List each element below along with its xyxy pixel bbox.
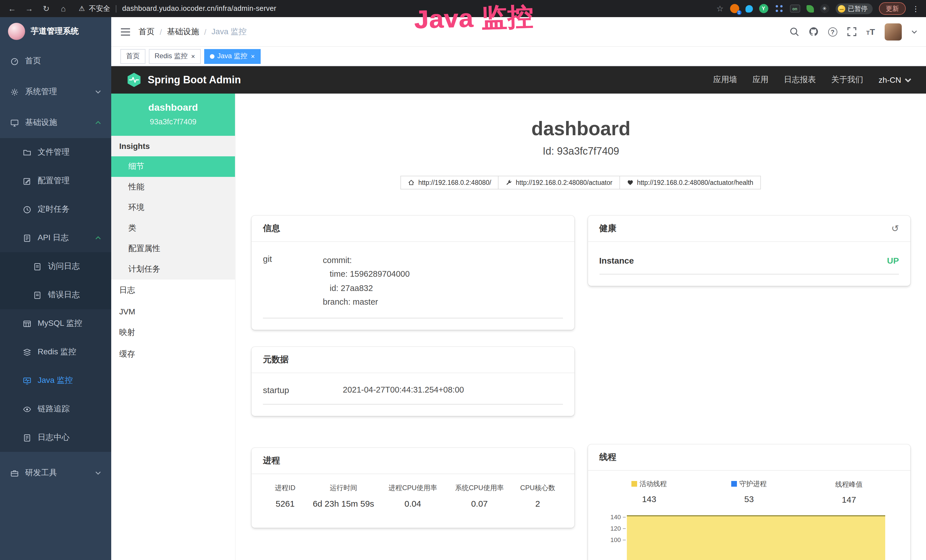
breadcrumb-home[interactable]: 首页 bbox=[139, 27, 154, 37]
sidebar-item-file-management[interactable]: 文件管理 bbox=[0, 138, 111, 166]
sba-item-metrics[interactable]: 性能 bbox=[111, 177, 235, 197]
sba-nav-about[interactable]: 关于我们 bbox=[831, 75, 863, 85]
sidebar-item-api-logs[interactable]: API 日志 bbox=[0, 224, 111, 252]
folder-icon bbox=[23, 148, 31, 157]
tab-label: Redis 监控 bbox=[154, 51, 188, 61]
warning-icon: ⚠ bbox=[79, 5, 85, 12]
sidebar-item-infrastructure[interactable]: 基础设施 bbox=[0, 107, 111, 138]
extension-pinwheel-icon[interactable]: ✳ bbox=[820, 4, 829, 13]
search-icon[interactable] bbox=[789, 27, 799, 36]
extension-leaf-icon[interactable] bbox=[806, 5, 814, 12]
sba-item-config-props[interactable]: 配置属性 bbox=[111, 239, 235, 259]
sba-nav-applications[interactable]: 应用 bbox=[753, 75, 769, 85]
browser-actions: ☆ 1 Y on ✳ 已暂停 更新 ⋮ bbox=[716, 2, 920, 15]
breadcrumb-infrastructure[interactable]: 基础设施 bbox=[167, 27, 199, 37]
sidebar-item-log-center[interactable]: 日志中心 bbox=[0, 423, 111, 452]
sidebar-item-scheduled-jobs[interactable]: 定时任务 bbox=[0, 195, 111, 224]
legend-value: 147 bbox=[799, 495, 899, 504]
extension-grid-icon[interactable] bbox=[774, 4, 784, 13]
reload-icon[interactable]: ↻ bbox=[41, 4, 51, 13]
sba-item-mappings[interactable]: 映射 bbox=[111, 322, 235, 344]
legend-label: 守护进程 bbox=[740, 479, 767, 489]
sidebar-item-access-logs[interactable]: 访问日志 bbox=[0, 252, 111, 281]
sba-locale-select[interactable]: zh-CN bbox=[879, 75, 911, 85]
health-row-instance: Instance UP bbox=[599, 245, 899, 274]
browser-menu-icon[interactable]: ⋮ bbox=[912, 4, 920, 13]
sidebar-item-redis-monitor[interactable]: Redis 监控 bbox=[0, 338, 111, 366]
help-icon[interactable]: ? bbox=[828, 27, 837, 36]
link-actuator-url[interactable]: http://192.168.0.2:48080/actuator bbox=[498, 176, 620, 189]
extension-drop-icon[interactable] bbox=[745, 5, 753, 12]
page-subtitle: Id: 93a3fc7f7409 bbox=[251, 145, 910, 157]
back-icon[interactable]: ← bbox=[7, 4, 17, 13]
sba-item-caches[interactable]: 缓存 bbox=[111, 344, 235, 365]
log-icon bbox=[23, 234, 31, 242]
extension-y-icon[interactable]: Y bbox=[759, 4, 768, 13]
sba-nav-wallboard[interactable]: 应用墙 bbox=[713, 75, 737, 85]
col-value: 2 bbox=[513, 499, 563, 509]
extension-fox-icon[interactable]: 1 bbox=[730, 4, 739, 13]
sba-nav-journal[interactable]: 日志报表 bbox=[784, 75, 816, 85]
sba-item-details[interactable]: 细节 bbox=[111, 156, 235, 177]
link-service-url[interactable]: http://192.168.0.2:48080/ bbox=[401, 176, 499, 189]
security-label: 不安全 bbox=[89, 4, 110, 14]
sba-brand[interactable]: Spring Boot Admin bbox=[126, 72, 241, 88]
sidebar-item-dev-tools[interactable]: 研发工具 bbox=[0, 458, 111, 488]
app-header: 首页 / 基础设施 / Java 监控 ? TT bbox=[111, 17, 926, 47]
monitor-icon bbox=[10, 118, 19, 127]
cards-right-column: 健康 ↺ Instance UP bbox=[588, 216, 910, 560]
col-value: 6d 23h 15m 59s bbox=[307, 499, 380, 509]
sidebar-item-config-management[interactable]: 配置管理 bbox=[0, 166, 111, 195]
active-tab-dot bbox=[210, 54, 215, 59]
sba-brand-label: Spring Boot Admin bbox=[148, 74, 241, 86]
close-icon[interactable]: × bbox=[251, 53, 255, 60]
avatar-caret-icon[interactable] bbox=[911, 30, 917, 33]
home-icon[interactable]: ⌂ bbox=[58, 4, 68, 13]
insights-group: Insights 细节 性能 环境 类 配置属性 计划任务 bbox=[111, 136, 235, 280]
github-icon[interactable] bbox=[808, 27, 818, 36]
sidebar-item-error-logs[interactable]: 错误日志 bbox=[0, 281, 111, 309]
sba-item-beans[interactable]: 类 bbox=[111, 218, 235, 239]
heartbeat-icon bbox=[626, 179, 633, 186]
pin-glyph: ✳ bbox=[822, 6, 826, 11]
sidebar-item-java-monitor[interactable]: Java 监控 bbox=[0, 366, 111, 395]
sba-item-loggers[interactable]: 日志 bbox=[111, 280, 235, 301]
legend-daemon-threads: 守护进程 53 bbox=[699, 479, 799, 504]
sba-item-environment[interactable]: 环境 bbox=[111, 197, 235, 218]
link-health-url[interactable]: http://192.168.0.2:48080/actuator/health bbox=[619, 176, 761, 189]
header-actions: ? TT bbox=[789, 23, 917, 40]
bookmark-star-icon[interactable]: ☆ bbox=[716, 4, 723, 13]
gauge-icon bbox=[10, 57, 19, 65]
user-avatar[interactable] bbox=[885, 23, 902, 40]
sba-sidebar: dashboard 93a3fc7f7409 Insights 细节 性能 环境… bbox=[111, 94, 236, 560]
app-logo[interactable]: 芋道管理系统 bbox=[0, 17, 111, 45]
sba-item-scheduled-tasks[interactable]: 计划任务 bbox=[111, 259, 235, 280]
extension-switch-icon[interactable]: on bbox=[790, 5, 800, 12]
sidebar-item-label: 错误日志 bbox=[48, 290, 80, 300]
sidebar-item-system[interactable]: 系统管理 bbox=[0, 76, 111, 107]
fullscreen-icon[interactable] bbox=[847, 27, 856, 36]
forward-icon[interactable]: → bbox=[24, 4, 34, 13]
hamburger-icon[interactable] bbox=[120, 27, 131, 36]
tab-java-monitor[interactable]: Java 监控 × bbox=[204, 49, 260, 64]
extension-badge: 1 bbox=[737, 10, 741, 15]
sba-logo-icon bbox=[126, 72, 142, 88]
tab-redis-monitor[interactable]: Redis 监控 × bbox=[149, 49, 201, 64]
chevron-down-icon bbox=[905, 78, 911, 82]
tab-home[interactable]: 首页 bbox=[120, 49, 145, 64]
address-bar[interactable]: ⚠ 不安全 dashboard.yudao.iocoder.cn/infra/a… bbox=[79, 4, 710, 14]
close-icon[interactable]: × bbox=[191, 53, 195, 60]
sba-item-jvm[interactable]: JVM bbox=[111, 301, 235, 322]
sidebar-item-home[interactable]: 首页 bbox=[0, 45, 111, 76]
row-key: git bbox=[263, 253, 323, 309]
sba-navbar: Spring Boot Admin 应用墙 应用 日志报表 关于我们 zh-CN bbox=[111, 66, 926, 94]
sidebar-item-label: 系统管理 bbox=[25, 87, 57, 97]
sidebar-item-mysql-monitor[interactable]: MySQL 监控 bbox=[0, 309, 111, 338]
instance-header[interactable]: dashboard 93a3fc7f7409 bbox=[111, 94, 235, 136]
profile-paused-badge[interactable]: 已暂停 bbox=[835, 3, 873, 14]
history-icon[interactable]: ↺ bbox=[891, 223, 899, 234]
sidebar-item-tracing[interactable]: 链路追踪 bbox=[0, 395, 111, 423]
main-column: 首页 / 基础设施 / Java 监控 ? TT 首页 bbox=[111, 17, 926, 560]
text-size-icon[interactable]: TT bbox=[866, 27, 875, 36]
update-button[interactable]: 更新 bbox=[879, 2, 906, 15]
